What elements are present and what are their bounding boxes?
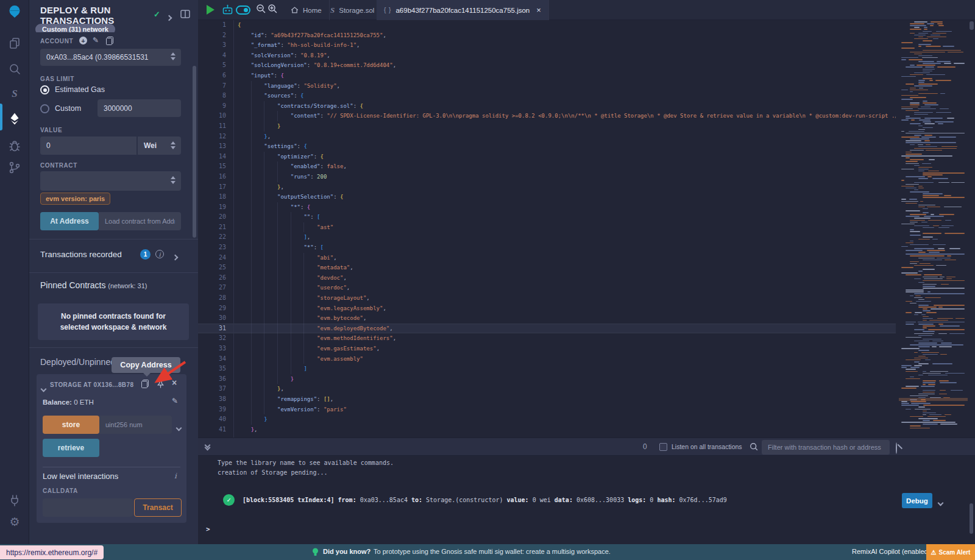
transactions-recorded-label: Transactions recorded bbox=[40, 250, 122, 259]
estimated-gas-radio[interactable] bbox=[40, 85, 49, 94]
clear-console-icon[interactable] bbox=[896, 442, 897, 454]
code-line: 17}, bbox=[198, 182, 896, 193]
code-line: 8"sources": { bbox=[198, 91, 896, 101]
copy-account-icon[interactable] bbox=[106, 37, 113, 48]
code-line: 33"evm.gasEstimates", bbox=[198, 344, 896, 354]
tx-success-icon[interactable]: ✓ bbox=[223, 494, 235, 506]
did-you-know-text: To prototype using the Gnosis safe multi… bbox=[374, 548, 611, 555]
contract-stepper-icon[interactable] bbox=[171, 176, 176, 184]
at-address-input[interactable] bbox=[99, 212, 181, 230]
value-input[interactable]: 0 bbox=[40, 136, 136, 155]
minimap[interactable] bbox=[899, 20, 968, 431]
pin-panel-icon[interactable] bbox=[180, 10, 190, 21]
editor-scrollbar[interactable] bbox=[970, 21, 974, 30]
gas-limit-label: GAS LIMIT bbox=[40, 76, 74, 82]
retrieve-button[interactable]: retrieve bbox=[43, 439, 99, 457]
zoom-in-icon[interactable] bbox=[268, 4, 278, 16]
code-line: 22], bbox=[198, 232, 896, 243]
collapse-contract-icon[interactable] bbox=[41, 383, 46, 394]
balance-label: Balance: bbox=[43, 399, 72, 406]
code-line: 4"solcVersion": "0.8.19", bbox=[198, 51, 896, 61]
ai-copilot-robot-icon[interactable] bbox=[221, 4, 234, 19]
terminal-search-icon[interactable] bbox=[750, 442, 759, 454]
account-select[interactable]: 0xA03...85ac4 (0.39866531531 bbox=[40, 49, 181, 66]
tab-home-label: Home bbox=[303, 7, 322, 14]
file-explorer-icon[interactable] bbox=[8, 37, 21, 50]
code-line: 40} bbox=[198, 414, 896, 425]
tab-json-active[interactable]: { } a69b43f277ba20fcac141151250ca755.jso… bbox=[377, 0, 549, 20]
code-line: 13"settings": { bbox=[198, 141, 896, 152]
code-line: 25"metadata", bbox=[198, 263, 896, 273]
code-line: 2"id": "a69b43f277ba20fcac141151250ca755… bbox=[198, 30, 896, 41]
panel-scrollbar[interactable] bbox=[193, 66, 196, 238]
transact-button[interactable]: Transact bbox=[134, 498, 182, 517]
code-line: 10"content": "// SPDX-License-Identifier… bbox=[198, 111, 896, 121]
search-icon[interactable] bbox=[8, 62, 21, 76]
tab-json-label: a69b43f277ba20fcac141151250ca755.json bbox=[395, 7, 530, 14]
network-badge: Custom (31) network bbox=[35, 24, 115, 32]
code-line: 3"_format": "hh-sol-build-info-1", bbox=[198, 40, 896, 51]
edit-account-icon[interactable]: ✎ bbox=[93, 36, 99, 44]
deploy-and-run-icon[interactable] bbox=[8, 112, 21, 126]
url-preview-tooltip: https://remix.ethereum.org/# bbox=[0, 545, 104, 559]
scam-alert-button[interactable]: ⚠ Scam Alert bbox=[926, 544, 975, 560]
active-plugin-indicator bbox=[0, 104, 2, 130]
remix-logo-icon[interactable] bbox=[8, 5, 21, 18]
zoom-out-icon[interactable] bbox=[256, 4, 266, 16]
code-line: 31"evm.deployedBytecode", bbox=[198, 324, 896, 334]
store-button[interactable]: store bbox=[43, 416, 99, 434]
debugger-icon[interactable] bbox=[8, 139, 21, 152]
copilot-toggle-icon[interactable] bbox=[236, 5, 250, 15]
contract-select[interactable] bbox=[40, 171, 181, 191]
status-bar: Did you know? To prototype using the Gno… bbox=[0, 544, 975, 560]
filter-input[interactable] bbox=[762, 440, 890, 455]
code-line: 6"input": { bbox=[198, 71, 896, 81]
source-control-icon[interactable] bbox=[8, 161, 21, 174]
store-arg-input[interactable] bbox=[99, 416, 172, 434]
solidity-compiler-icon[interactable]: S bbox=[8, 87, 21, 100]
pinned-title-text: Pinned Contracts bbox=[40, 280, 105, 290]
expand-store-icon[interactable] bbox=[177, 422, 181, 433]
code-editor[interactable]: 1{2"id": "a69b43f277ba20fcac141151250ca7… bbox=[198, 20, 896, 438]
tab-storage-sol[interactable]: S Storage.sol bbox=[323, 0, 382, 20]
edit-balance-icon[interactable]: ✎ bbox=[172, 397, 178, 405]
terminal-scrollbar[interactable] bbox=[970, 503, 973, 534]
calldata-input[interactable] bbox=[43, 498, 133, 517]
account-stepper-icon[interactable] bbox=[171, 52, 176, 60]
transactions-expand-icon[interactable] bbox=[173, 251, 177, 262]
transactions-info-icon[interactable]: i bbox=[155, 250, 164, 258]
debug-button[interactable]: Debug bbox=[902, 493, 932, 508]
editor-tabbar: Home S Storage.sol { } a69b43f277ba20fca… bbox=[198, 0, 975, 20]
expand-terminal-icon[interactable] bbox=[205, 443, 210, 450]
balance-row: Balance: 0 ETH bbox=[43, 399, 94, 406]
custom-gas-radio[interactable] bbox=[40, 104, 49, 113]
terminal-line: creation of Storage pending... bbox=[218, 469, 328, 476]
warning-icon: ⚠ bbox=[931, 549, 937, 556]
terminal[interactable]: Type the library name to see available c… bbox=[198, 456, 975, 544]
code-line: 29"evm.legacyAssembly", bbox=[198, 303, 896, 314]
low-level-info-icon[interactable]: i bbox=[174, 472, 177, 480]
run-script-icon[interactable] bbox=[207, 5, 214, 15]
code-line: 1{ bbox=[198, 20, 896, 30]
code-line: 19"*": { bbox=[198, 202, 896, 213]
chevron-right-icon[interactable] bbox=[167, 12, 171, 23]
value-unit-stepper-icon[interactable] bbox=[171, 141, 176, 149]
expand-log-icon[interactable] bbox=[938, 496, 943, 508]
add-account-icon[interactable]: + bbox=[79, 37, 87, 44]
custom-gas-input[interactable]: 3000000 bbox=[98, 99, 181, 117]
url-preview-text: https://remix.ethereum.org/# bbox=[6, 548, 98, 557]
close-tab-icon[interactable]: × bbox=[536, 5, 541, 15]
code-line: 11} bbox=[198, 121, 896, 132]
code-line: 38"remappings": [], bbox=[198, 394, 896, 405]
listen-all-checkbox[interactable] bbox=[659, 443, 667, 451]
network-badge-wrap: Custom (31) network bbox=[35, 23, 115, 32]
terminal-prompt: > bbox=[206, 525, 210, 533]
code-line: 37}, bbox=[198, 384, 896, 394]
terminal-line: Type the library name to see available c… bbox=[218, 459, 394, 466]
copilot-status[interactable]: RemixAI Copilot (enabled) bbox=[852, 548, 930, 555]
code-line: 30"evm.bytecode", bbox=[198, 313, 896, 324]
transaction-log[interactable]: [block:5583405 txIndex:4] from: 0xa03...… bbox=[243, 497, 727, 503]
plugin-manager-icon[interactable] bbox=[8, 494, 21, 507]
settings-gear-icon[interactable]: ⚙ bbox=[8, 516, 21, 529]
at-address-button[interactable]: At Address bbox=[40, 212, 99, 230]
